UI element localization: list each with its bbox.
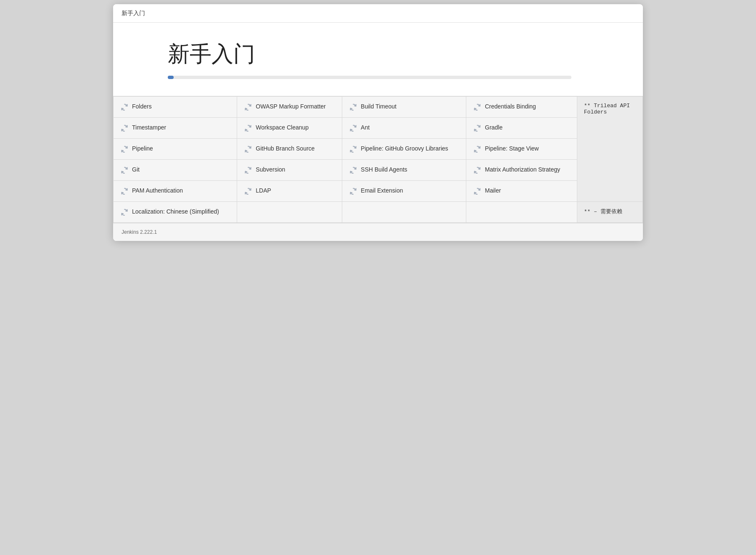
plugin-name: PAM Authentication [132,187,183,195]
jenkins-version: Jenkins 2.222.1 [122,229,157,235]
plugin-cell: Workspace Cleanup [237,118,342,139]
plugin-item-email: Email Extension [349,187,459,196]
plugin-name: Pipeline: GitHub Groovy Libraries [361,145,448,153]
plugin-name: Credentials Binding [485,103,536,111]
plugin-cell-empty [342,202,466,223]
plugin-item-pipeline-github: Pipeline: GitHub Groovy Libraries [349,145,459,153]
plugin-cell: Mailer [466,181,577,202]
plugin-name: Subversion [256,166,285,174]
sync-icon [120,145,129,153]
plugin-name: SSH Build Agents [361,166,407,174]
sync-icon [120,187,129,196]
special-notes-cell: ** Trilead API Folders [577,97,642,202]
plugin-cell: OWASP Markup Formatter [237,97,342,118]
plugin-name: Pipeline [132,145,153,153]
sync-icon [473,103,481,111]
plugin-name: Gradle [485,124,502,132]
plugin-name: Mailer [485,187,501,195]
sync-icon [244,187,252,196]
title-bar-text: 新手入门 [122,10,145,16]
plugin-item-subversion: Subversion [244,166,335,174]
note-line1: ** Trilead API [584,103,636,109]
plugin-item-mailer: Mailer [473,187,570,196]
sync-icon [349,103,357,111]
sync-icon [349,187,357,196]
plugin-name: Matrix Authorization Strategy [485,166,560,174]
page-title: 新手入门 [168,40,588,69]
plugin-item-owasp: OWASP Markup Formatter [244,103,335,111]
sync-icon [349,124,357,132]
plugin-item-workspace: Workspace Cleanup [244,124,335,132]
sync-icon [120,103,129,111]
plugin-table: Folders OWASP Markup Formatter [113,96,643,223]
plugin-name: Pipeline: Stage View [485,145,539,153]
sync-icon [120,208,129,217]
plugin-item-git: Git [120,166,230,174]
plugin-name: Build Timeout [361,103,397,111]
plugin-item-localization: Localization: Chinese (Simplified) [120,208,230,217]
plugin-cell: Matrix Authorization Strategy [466,160,577,181]
sync-icon [244,103,252,111]
plugin-name: LDAP [256,187,271,195]
plugin-cell-empty [237,202,342,223]
plugin-name: Email Extension [361,187,403,195]
sync-icon [473,166,481,174]
footer-note-cell: ** – 需要依赖 [577,202,642,223]
plugin-item-matrix: Matrix Authorization Strategy [473,166,570,174]
plugin-item-pipeline: Pipeline [120,145,230,153]
sync-icon [244,145,252,153]
sync-icon [120,124,129,132]
sync-icon [349,166,357,174]
plugin-name: GitHub Branch Source [256,145,315,153]
plugin-cell: Folders [114,97,237,118]
plugin-name: Ant [361,124,370,132]
plugin-cell: Build Timeout [342,97,466,118]
plugin-cell: GitHub Branch Source [237,139,342,160]
plugin-cell: Email Extension [342,181,466,202]
note-line2: Folders [584,109,636,115]
plugin-item-gradle: Gradle [473,124,570,132]
plugin-item-folders: Folders [120,103,230,111]
plugin-cell: Pipeline: GitHub Groovy Libraries [342,139,466,160]
plugin-item-ssh: SSH Build Agents [349,166,459,174]
plugin-cell: Timestamper [114,118,237,139]
plugin-name: Localization: Chinese (Simplified) [132,208,219,216]
plugin-cell: PAM Authentication [114,181,237,202]
sync-icon [244,124,252,132]
plugin-cell: Ant [342,118,466,139]
plugin-cell: Git [114,160,237,181]
plugin-grid-section: Folders OWASP Markup Formatter [113,96,643,223]
progress-bar-container [168,76,571,79]
title-bar: 新手入门 [113,4,643,23]
plugin-item-github-branch: GitHub Branch Source [244,145,335,153]
sync-icon [473,187,481,196]
plugin-cell: SSH Build Agents [342,160,466,181]
sync-icon [349,145,357,153]
sync-icon [120,166,129,174]
progress-bar-fill [168,76,174,79]
plugin-name: Git [132,166,140,174]
plugin-cell: Gradle [466,118,577,139]
plugin-name: Timestamper [132,124,166,132]
sync-icon [244,166,252,174]
sync-icon [473,145,481,153]
header-section: 新手入门 [113,23,643,96]
plugin-cell: Pipeline: Stage View [466,139,577,160]
plugin-cell: LDAP [237,181,342,202]
plugin-name: OWASP Markup Formatter [256,103,325,111]
plugin-cell: Subversion [237,160,342,181]
plugin-name: Folders [132,103,152,111]
plugin-cell: Pipeline [114,139,237,160]
plugin-item-build-timeout: Build Timeout [349,103,459,111]
plugin-item-ldap: LDAP [244,187,335,196]
plugin-item-credentials: Credentials Binding [473,103,570,111]
plugin-item-stage-view: Pipeline: Stage View [473,145,570,153]
plugin-cell: Localization: Chinese (Simplified) [114,202,237,223]
footer-note: ** – 需要依赖 [584,209,622,215]
plugin-item-pam: PAM Authentication [120,187,230,196]
plugin-cell-empty [466,202,577,223]
main-window: 新手入门 新手入门 [113,4,643,241]
footer-bar: Jenkins 2.222.1 [113,223,643,241]
plugin-item-timestamper: Timestamper [120,124,230,132]
plugin-cell: Credentials Binding [466,97,577,118]
